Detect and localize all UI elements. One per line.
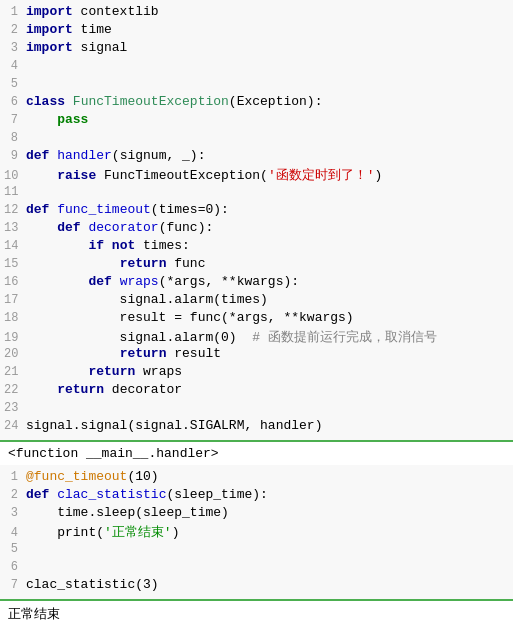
code-token: return [88, 364, 135, 379]
code-line: 1import contextlib [0, 4, 513, 22]
code-token: handler [57, 148, 112, 163]
line-content: raise FuncTimeoutException('函数定时到了！') [26, 166, 509, 184]
code-line: 23 [0, 400, 513, 418]
line-content: signal.alarm(0) # 函数提前运行完成，取消信号 [26, 328, 509, 346]
line-content [26, 559, 509, 574]
code-line: 12def func_timeout(times=0): [0, 202, 513, 220]
line-number: 9 [4, 149, 26, 163]
line-number: 24 [4, 419, 26, 433]
line-number: 1 [4, 470, 26, 484]
line-content: def func_timeout(times=0): [26, 202, 509, 217]
code-token: result = func(*args, **kwargs) [26, 310, 354, 325]
code-line: 2def clac_statistic(sleep_time): [0, 487, 513, 505]
line-content [26, 130, 509, 145]
code-line: 10 raise FuncTimeoutException('函数定时到了！') [0, 166, 513, 184]
code-token: ) [374, 168, 382, 183]
code-lines-2: 1@func_timeout(10)2def clac_statistic(sl… [0, 469, 513, 595]
line-content: signal.signal(signal.SIGALRM, handler) [26, 418, 509, 433]
code-line: 13 def decorator(func): [0, 220, 513, 238]
line-content: signal.alarm(times) [26, 292, 509, 307]
code-token: not [112, 238, 135, 253]
code-lines-1: 1import contextlib2import time3import si… [0, 4, 513, 436]
code-token: signal.alarm(times) [26, 292, 268, 307]
code-cell-2: 1@func_timeout(10)2def clac_statistic(sl… [0, 465, 513, 601]
line-number: 1 [4, 5, 26, 19]
code-token [26, 346, 120, 361]
notebook: 1import contextlib2import time3import si… [0, 0, 513, 627]
code-token: import [26, 22, 73, 37]
code-line: 17 signal.alarm(times) [0, 292, 513, 310]
line-number: 13 [4, 221, 26, 235]
line-content: class FuncTimeoutException(Exception): [26, 94, 509, 109]
output-cell-1: <function __main__.handler> [0, 442, 513, 465]
line-number: 4 [4, 526, 26, 540]
line-number: 17 [4, 293, 26, 307]
line-content: import time [26, 22, 509, 37]
code-line: 3import signal [0, 40, 513, 58]
line-number: 2 [4, 23, 26, 37]
code-token [26, 256, 120, 271]
code-token: if [88, 238, 104, 253]
code-line: 6class FuncTimeoutException(Exception): [0, 94, 513, 112]
code-token [65, 94, 73, 109]
code-token: def [57, 220, 80, 235]
code-cell-1: 1import contextlib2import time3import si… [0, 0, 513, 442]
code-token: (*args, **kwargs): [159, 274, 299, 289]
code-token: return [57, 382, 104, 397]
code-token: import [26, 4, 73, 19]
code-token: def [26, 148, 49, 163]
code-token: ) [172, 525, 180, 540]
line-number: 14 [4, 239, 26, 253]
line-number: 5 [4, 542, 26, 556]
line-content: return wraps [26, 364, 509, 379]
code-line: 5 [0, 541, 513, 559]
line-number: 21 [4, 365, 26, 379]
code-line: 19 signal.alarm(0) # 函数提前运行完成，取消信号 [0, 328, 513, 346]
code-line: 4 [0, 58, 513, 76]
line-number: 20 [4, 347, 26, 361]
code-line: 8 [0, 130, 513, 148]
line-number: 3 [4, 41, 26, 55]
code-token: (func): [159, 220, 214, 235]
code-line: 4 print('正常结束') [0, 523, 513, 541]
code-line: 7clac_statistic(3) [0, 577, 513, 595]
code-line: 11 [0, 184, 513, 202]
code-token [26, 220, 57, 235]
line-content: return result [26, 346, 509, 361]
code-token: decorator [88, 220, 158, 235]
code-token: return [120, 346, 167, 361]
line-number: 8 [4, 131, 26, 145]
code-token: (Exception): [229, 94, 323, 109]
code-line: 16 def wraps(*args, **kwargs): [0, 274, 513, 292]
code-token [26, 112, 57, 127]
code-token [26, 238, 88, 253]
code-token: func_timeout [57, 202, 151, 217]
code-token: '正常结束' [104, 525, 172, 540]
code-token: signal [73, 40, 128, 55]
code-line: 18 result = func(*args, **kwargs) [0, 310, 513, 328]
line-content: def wraps(*args, **kwargs): [26, 274, 509, 289]
code-line: 24signal.signal(signal.SIGALRM, handler) [0, 418, 513, 436]
line-number: 7 [4, 578, 26, 592]
line-number: 3 [4, 506, 26, 520]
line-number: 4 [4, 59, 26, 73]
line-number: 12 [4, 203, 26, 217]
line-content: time.sleep(sleep_time) [26, 505, 509, 520]
line-number: 15 [4, 257, 26, 271]
line-number: 18 [4, 311, 26, 325]
code-token: import [26, 40, 73, 55]
line-content [26, 541, 509, 556]
line-content [26, 58, 509, 73]
code-token: signal.alarm(0) [26, 330, 252, 345]
code-token: times: [135, 238, 190, 253]
code-line: 20 return result [0, 346, 513, 364]
code-token: print( [26, 525, 104, 540]
code-token: wraps [120, 274, 159, 289]
code-token: raise [57, 168, 96, 183]
line-content: def handler(signum, _): [26, 148, 509, 163]
code-line: 5 [0, 76, 513, 94]
line-number: 6 [4, 560, 26, 574]
line-number: 16 [4, 275, 26, 289]
code-token: clac_statistic(3) [26, 577, 159, 592]
line-number: 10 [4, 169, 26, 183]
